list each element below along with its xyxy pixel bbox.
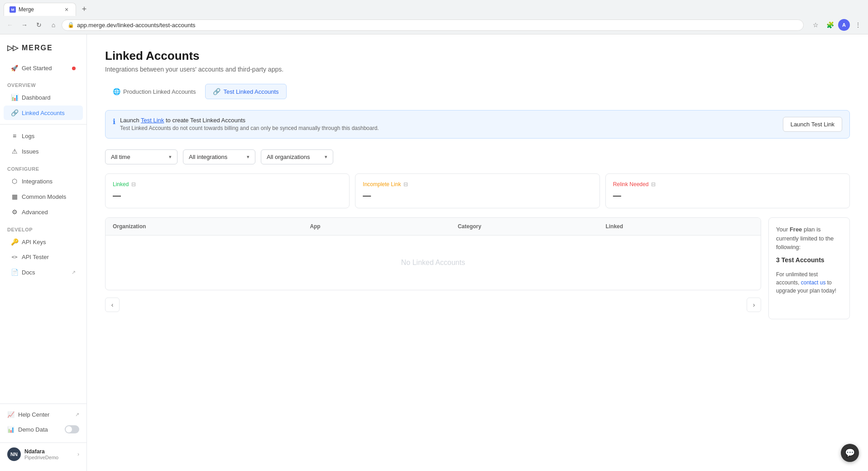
test-tab-icon: 🔗 xyxy=(213,88,221,95)
filter-integrations-chevron: ▾ xyxy=(247,154,249,160)
contact-us-link[interactable]: contact us xyxy=(801,279,826,286)
bookmark-btn[interactable]: ☆ xyxy=(809,19,822,31)
table-header: Organization App Category Linked xyxy=(106,218,761,236)
table-container: Organization App Category Linked No Link… xyxy=(105,217,761,290)
browser-chrome: M Merge × + ← → ↻ ⌂ 🔒 app.merge.dev/link… xyxy=(0,0,868,34)
info-banner-title: Launch Test Link to create Test Linked A… xyxy=(120,117,778,124)
linked-accounts-icon: 🔗 xyxy=(11,109,18,116)
pagination-prev-btn[interactable]: ‹ xyxy=(105,298,120,312)
tab-close-btn[interactable]: × xyxy=(63,6,70,13)
get-started-icon: 🚀 xyxy=(11,65,18,72)
back-btn[interactable]: ← xyxy=(4,19,16,31)
chat-widget-btn[interactable]: 💬 xyxy=(841,444,859,462)
reload-btn[interactable]: ↻ xyxy=(33,19,45,31)
docs-external-icon: ↗ xyxy=(72,269,76,275)
filters: All time ▾ All integrations ▾ All organi… xyxy=(105,149,850,164)
logs-icon: ≡ xyxy=(11,132,18,139)
stat-relink-label: Relink Needed ⊟ xyxy=(613,181,842,187)
user-initials: NN xyxy=(10,452,18,457)
col-linked: Linked xyxy=(605,223,753,230)
stat-card-linked: Linked ⊟ — xyxy=(105,173,350,208)
sidebar: ▷▷ MERGE 🚀 Get Started Overview 📊 Dashbo… xyxy=(0,34,87,471)
page-subtitle: Integrations between your users' account… xyxy=(105,66,850,73)
tabs: 🌐 Production Linked Accounts 🔗 Test Link… xyxy=(105,84,850,99)
dashboard-icon: 📊 xyxy=(11,94,18,101)
filter-integrations[interactable]: All integrations ▾ xyxy=(183,149,255,164)
sidebar-item-help-center[interactable]: 📈 Help Center ↗ xyxy=(0,408,86,422)
test-link-anchor[interactable]: Test Link xyxy=(141,117,164,124)
launch-test-link-btn[interactable]: Launch Test Link xyxy=(783,117,842,132)
col-app: App xyxy=(310,223,458,230)
sidebar-bottom: 📈 Help Center ↗ 📊 Demo Data xyxy=(0,404,86,441)
relink-filter-icon[interactable]: ⊟ xyxy=(651,181,656,187)
sidebar-item-dashboard[interactable]: 📊 Dashboard xyxy=(4,90,83,105)
sidebar-item-logs[interactable]: ≡ Logs xyxy=(4,129,83,143)
forward-btn[interactable]: → xyxy=(18,19,31,31)
section-label-overview: Overview xyxy=(0,75,86,90)
extension-btn[interactable]: 🧩 xyxy=(824,19,836,31)
new-tab-btn[interactable]: + xyxy=(78,3,91,16)
tab-title: Merge xyxy=(19,6,60,13)
linked-filter-icon[interactable]: ⊟ xyxy=(131,181,136,187)
tab-test[interactable]: 🔗 Test Linked Accounts xyxy=(205,84,286,99)
user-name: Ndafara xyxy=(24,448,74,455)
sidebar-item-api-tester[interactable]: <> API Tester xyxy=(4,250,83,264)
browser-tabs: M Merge × + xyxy=(0,0,868,16)
user-avatar: NN xyxy=(7,447,21,461)
api-keys-label: API Keys xyxy=(22,239,76,245)
demo-data-icon: 📊 xyxy=(7,426,14,433)
col-organization: Organization xyxy=(113,223,310,230)
tab-favicon: M xyxy=(10,6,16,13)
pagination-next-btn[interactable]: › xyxy=(747,298,761,312)
browser-tab-active[interactable]: M Merge × xyxy=(4,3,76,16)
get-started-notification-dot xyxy=(72,67,76,70)
stat-card-relink: Relink Needed ⊟ — xyxy=(605,173,850,208)
no-data-message: No Linked Accounts xyxy=(401,259,465,267)
tab-production[interactable]: 🌐 Production Linked Accounts xyxy=(105,84,203,99)
filter-time[interactable]: All time ▾ xyxy=(105,149,177,164)
home-btn[interactable]: ⌂ xyxy=(47,19,60,31)
plan-name: Free xyxy=(790,226,802,233)
linked-accounts-label: Linked Accounts xyxy=(22,110,76,116)
incomplete-filter-icon[interactable]: ⊟ xyxy=(403,181,408,187)
sidebar-item-linked-accounts[interactable]: 🔗 Linked Accounts xyxy=(4,106,83,120)
demo-data-toggle[interactable] xyxy=(65,425,79,433)
pagination: ‹ › xyxy=(105,290,761,319)
logo-text: MERGE xyxy=(22,44,53,52)
lock-icon: 🔒 xyxy=(67,22,74,28)
sidebar-item-demo-data[interactable]: 📊 Demo Data xyxy=(0,422,86,437)
filter-time-chevron: ▾ xyxy=(169,154,172,160)
advanced-icon: ⚙ xyxy=(11,208,18,216)
sidebar-item-advanced[interactable]: ⚙ Advanced xyxy=(4,205,83,219)
sidebar-item-api-keys[interactable]: 🔑 API Keys xyxy=(4,235,83,249)
filter-organizations[interactable]: All organizations ▾ xyxy=(261,149,333,164)
incomplete-label-text: Incomplete Link xyxy=(363,181,401,187)
production-tab-icon: 🌐 xyxy=(113,88,120,95)
sidebar-user[interactable]: NN Ndafara PipedriveDemo › xyxy=(0,442,86,466)
integrations-icon: ⬡ xyxy=(11,178,18,185)
sidebar-item-docs[interactable]: 📄 Docs ↗ xyxy=(4,265,83,279)
address-bar[interactable]: 🔒 app.merge.dev/linked-accounts/test-acc… xyxy=(62,19,804,31)
sidebar-item-integrations[interactable]: ⬡ Integrations xyxy=(4,174,83,188)
sidebar-logo: ▷▷ MERGE xyxy=(0,40,86,61)
sidebar-item-get-started[interactable]: 🚀 Get Started xyxy=(4,61,83,75)
content-body: Organization App Category Linked No Link… xyxy=(105,217,850,319)
docs-label: Docs xyxy=(22,269,68,276)
browser-menu-btn[interactable]: ⋮ xyxy=(852,19,864,31)
browser-profile-btn[interactable]: A xyxy=(838,19,850,31)
col-category: Category xyxy=(458,223,606,230)
free-plan-text: Your Free plan is currently limited to t… xyxy=(776,226,834,250)
production-tab-label: Production Linked Accounts xyxy=(123,88,196,95)
issues-icon: ⚠ xyxy=(11,148,18,155)
filter-organizations-chevron: ▾ xyxy=(325,154,327,160)
browser-actions: ☆ 🧩 A ⋮ xyxy=(809,19,864,31)
sidebar-item-issues[interactable]: ⚠ Issues xyxy=(4,144,83,159)
stat-card-incomplete: Incomplete Link ⊟ — xyxy=(355,173,599,208)
common-models-label: Common Models xyxy=(22,193,76,200)
user-chevron-icon: › xyxy=(77,451,79,457)
user-info: Ndafara PipedriveDemo xyxy=(24,448,74,460)
address-text: app.merge.dev/linked-accounts/test-accou… xyxy=(77,22,798,29)
content-main: Organization App Category Linked No Link… xyxy=(105,217,761,319)
sidebar-item-common-models[interactable]: ▦ Common Models xyxy=(4,189,83,204)
demo-data-label: Demo Data xyxy=(18,426,48,433)
